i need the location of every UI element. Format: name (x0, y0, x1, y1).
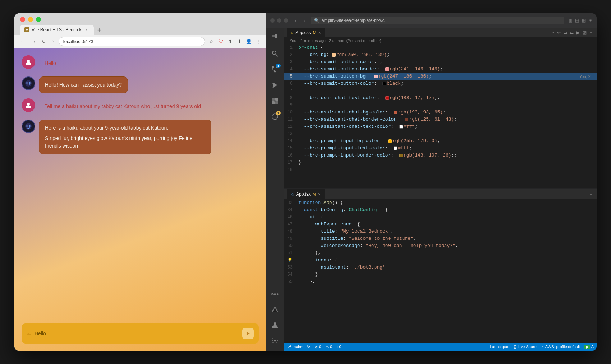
menu-icon[interactable]: ⋮ (254, 38, 262, 45)
git-branch[interactable]: ⎇ main* (287, 345, 303, 349)
refresh-button[interactable]: ↻ (40, 38, 47, 45)
send-button[interactable] (242, 328, 254, 339)
vscode-maximize[interactable] (284, 18, 288, 23)
vscode-nav: ← → (294, 18, 306, 23)
tsx-more-actions[interactable]: ⋯ (589, 192, 594, 197)
launchpad-text: Launchpad (490, 345, 509, 349)
close-button[interactable] (20, 17, 25, 22)
message-text-4: Here is a haiku about your 9-year-old ta… (39, 120, 211, 154)
format-icon[interactable]: ≈ (552, 30, 554, 35)
back-button[interactable]: ← (19, 38, 27, 45)
css-editor-pane: # App.css M × ≈ ↩ ⇄ ⇆ (284, 28, 597, 189)
message-text-2: Hello! How can I assist you today? (39, 76, 128, 93)
search-icon[interactable] (268, 46, 282, 61)
code-line-5: 5 --brc-submit-button-bg: rgb(247, 186, … (284, 73, 597, 80)
open-changes-icon[interactable]: ⇆ (570, 30, 574, 35)
active-tab[interactable]: V Vite React + TS - Bedrock × (20, 25, 94, 35)
browser-tabs: V Vite React + TS - Bedrock × + (20, 25, 260, 35)
live-share-icon: ⟨⟩ (514, 345, 516, 349)
split-editor-right-icon[interactable]: ▨ (583, 30, 587, 35)
minimize-button[interactable] (28, 17, 33, 22)
user-avatar-2 (22, 98, 35, 112)
chat-message-bot-2: Here is a haiku about your 9-year-old ta… (22, 120, 259, 154)
code-line-17: 17 } (284, 159, 597, 166)
appcss-badge: M (313, 31, 316, 35)
vscode-minimize[interactable] (277, 18, 281, 23)
share-icon[interactable]: ⬆ (226, 38, 234, 45)
appcss-tab[interactable]: # App.css M × (287, 28, 325, 37)
appcss-tab-name: App.css (295, 30, 311, 35)
vscode-search[interactable]: 🔍 amplify-vite-react-template-br-wc (311, 17, 564, 24)
bot-avatar-2 (22, 120, 35, 133)
more-actions-icon[interactable]: ⋯ (589, 30, 594, 35)
appcss-close[interactable]: × (318, 31, 321, 35)
chat-input[interactable] (35, 331, 239, 336)
forward-button[interactable]: → (29, 38, 37, 45)
settings-icon[interactable] (268, 333, 282, 348)
tsx-editor-pane: ◇ App.tsx M × ⋯ (284, 189, 597, 343)
bookmark-icon[interactable]: ☆ (208, 38, 215, 45)
vscode-traffic-lights (270, 18, 288, 23)
aws-icon[interactable]: aws (268, 286, 282, 300)
vscode-window: ← → 🔍 amplify-vite-react-template-br-wc … (266, 13, 597, 351)
layout-icon-2[interactable]: ▦ (582, 18, 586, 23)
tsx-line-55: 55 }, (284, 278, 597, 285)
aws-profile-status[interactable]: ✓ AWS: profile:default (541, 345, 580, 349)
svg-line-11 (276, 55, 278, 56)
traffic-lights (20, 17, 260, 22)
customize-icon[interactable]: ⊞ (589, 18, 592, 23)
tsx-line-34: 34 const brConfig: ChatConfig = { (284, 206, 597, 214)
chat-message-user-2: Tell me a haiku about my tabby cat Katou… (22, 98, 259, 115)
address-bar[interactable]: localhost:5173 (59, 37, 205, 46)
code-line-13: 13 (284, 130, 597, 137)
tab-close-button[interactable]: × (84, 27, 89, 33)
run-icon[interactable] (268, 78, 282, 92)
play-icon[interactable]: ▶ (576, 30, 580, 35)
undo-icon[interactable]: ↩ (557, 30, 561, 35)
sync-arrows: ↻ (307, 345, 310, 349)
info-icon: ℹ (336, 345, 338, 349)
split-editor-icon[interactable]: ▥ (568, 18, 572, 23)
layout-icon[interactable]: ▤ (575, 18, 579, 23)
tsx-line-52: 💡 52 icons: { (284, 257, 597, 264)
tsx-code-lines: 32 function App() { 34 const brConfig: C… (284, 199, 597, 343)
warnings-indicator[interactable]: ⚠ 0 (325, 345, 332, 349)
download-icon[interactable]: ⬇ (236, 38, 243, 45)
svg-point-12 (272, 66, 274, 68)
maximize-button[interactable] (36, 17, 41, 22)
code-line-6: 6 --brc-submit-button-color: black; (284, 80, 597, 87)
apptsx-close[interactable]: × (318, 192, 320, 196)
timeline-icon[interactable]: 1 (268, 109, 282, 124)
launchpad-status[interactable]: Launchpad (490, 345, 509, 349)
svg-rect-8 (272, 35, 275, 37)
vscode-back[interactable]: ← (294, 18, 299, 23)
errors-indicator[interactable]: ⊗ 0 (314, 345, 321, 349)
sync-icon[interactable]: ↻ (307, 345, 310, 349)
account-icon[interactable] (268, 318, 282, 332)
source-control-icon[interactable]: 8 (268, 62, 282, 76)
live-share-status[interactable]: ⟨⟩ Live Share (514, 345, 537, 349)
apptsx-tab[interactable]: ◇ App.tsx M × (287, 189, 325, 199)
git-info-text: You, 21 minutes ago | 2 authors (You and… (290, 38, 381, 43)
code-line-11: 11 --brc-assistant-chat-border-color: rg… (284, 116, 597, 123)
svg-rect-17 (275, 98, 278, 101)
code-line-16: 16 --brc-prompt-input-border-color: rgb(… (284, 152, 597, 159)
amplify-icon[interactable] (268, 302, 282, 316)
home-button[interactable]: ⌂ (50, 38, 56, 45)
git-compare-icon[interactable]: ⇄ (564, 30, 567, 35)
tsx-tab-toolbar: ⋯ (589, 192, 594, 197)
code-line-18: 18 (284, 166, 597, 173)
info-indicator[interactable]: ℹ 0 (336, 345, 341, 349)
run-status[interactable]: ▶ A (584, 345, 594, 349)
error-icon: ⊗ (314, 345, 318, 349)
vscode-forward[interactable]: → (302, 18, 306, 23)
code-line-4: 4 --brc-submit-button-border: rgb(241, 1… (284, 66, 597, 73)
extensions-icon[interactable] (268, 94, 282, 108)
search-text: amplify-vite-react-template-br-wc (322, 18, 385, 23)
vscode-close[interactable] (270, 18, 275, 23)
new-tab-button[interactable]: + (95, 25, 104, 35)
status-right: Launchpad ⟨⟩ Live Share ✓ AWS: profile:d… (490, 345, 594, 349)
tsx-line-46: 46 ui: { (284, 214, 597, 221)
profile-icon[interactable]: 👤 (245, 38, 252, 45)
explorer-icon[interactable] (268, 31, 282, 45)
